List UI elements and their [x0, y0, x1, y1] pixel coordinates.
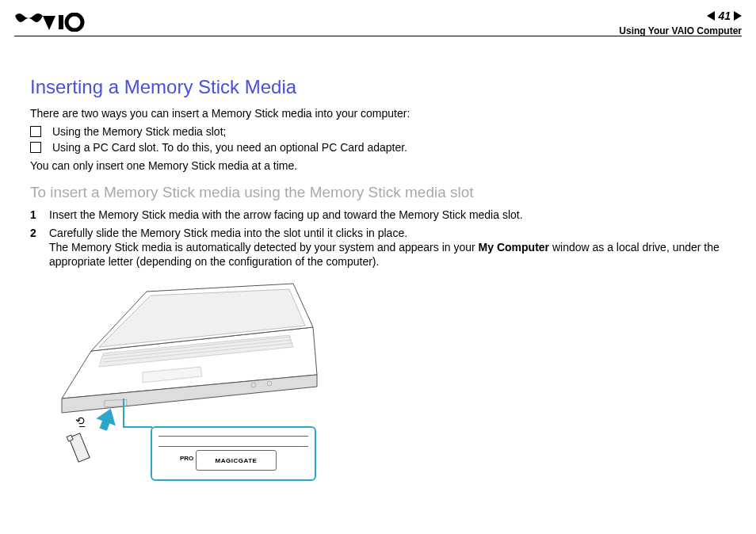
page-header: 41 Using Your VAIO Computer	[0, 6, 756, 35]
step-text: Carefully slide the Memory Stick media i…	[49, 226, 726, 269]
callout-connector	[123, 426, 152, 428]
list-item-text: Using the Memory Stick media slot;	[52, 125, 226, 138]
note-paragraph: You can only insert one Memory Stick med…	[30, 158, 726, 173]
insert-arrow-icon	[95, 408, 119, 432]
page-navigation: 41	[707, 10, 742, 22]
magicgate-label: MAGICGATE	[216, 457, 258, 464]
vaio-logo	[14, 13, 86, 32]
slot-edge	[158, 436, 308, 447]
list-item-text: Using a PC Card slot. To do this, you ne…	[52, 141, 407, 154]
step-text: Insert the Memory Stick media with the a…	[49, 208, 523, 222]
slot-detail-callout: PRO MAGICGATE	[151, 426, 316, 481]
step-item: 2 Carefully slide the Memory Stick media…	[30, 226, 726, 269]
laptop-illustration: ⟲̲ PRO MAGICGATE	[55, 280, 334, 502]
memory-stick-icon: ⟲̲	[75, 414, 85, 427]
step-item: 1 Insert the Memory Stick media with the…	[30, 208, 726, 222]
section-title: Using Your VAIO Computer	[619, 25, 742, 36]
svg-point-1	[67, 14, 82, 30]
bullet-icon	[30, 126, 41, 137]
step-number: 2	[30, 226, 49, 240]
pro-label: PRO	[180, 455, 193, 462]
page-title: Inserting a Memory Stick Media	[30, 76, 726, 98]
intro-paragraph: There are two ways you can insert a Memo…	[30, 106, 726, 120]
svg-marker-14	[95, 408, 119, 432]
main-content: Inserting a Memory Stick Media There are…	[30, 76, 726, 502]
sub-heading: To insert a Memory Stick media using the…	[30, 184, 726, 201]
next-page-icon[interactable]	[734, 11, 742, 21]
step-number: 1	[30, 208, 49, 222]
header-divider	[14, 36, 742, 36]
memory-stick-slot: MAGICGATE	[196, 450, 277, 471]
callout-connector	[123, 399, 124, 426]
bullet-icon	[30, 142, 41, 153]
prev-page-icon[interactable]	[707, 11, 715, 21]
list-item: Using the Memory Stick media slot;	[30, 125, 726, 138]
bullet-list: Using the Memory Stick media slot; Using…	[30, 125, 726, 154]
list-item: Using a PC Card slot. To do this, you ne…	[30, 141, 726, 154]
page-number: 41	[718, 10, 731, 22]
step-list: 1 Insert the Memory Stick media with the…	[30, 208, 726, 269]
svg-rect-0	[59, 15, 63, 29]
